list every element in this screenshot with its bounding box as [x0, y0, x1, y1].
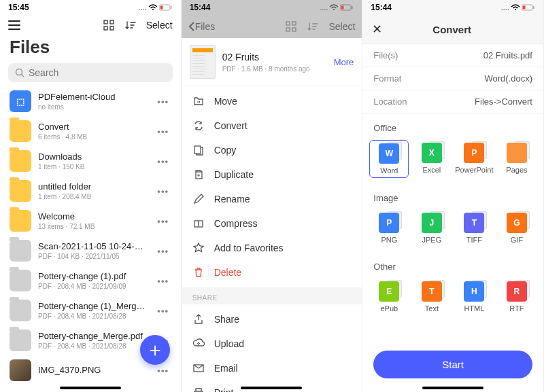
format-text[interactable]: TText	[412, 279, 452, 315]
rename-icon	[192, 193, 205, 205]
list-item[interactable]: ⬚PDFelement-iCloudno items•••	[0, 86, 181, 116]
format-icon: J	[422, 213, 442, 233]
format-icon: P	[379, 213, 399, 233]
action-upload[interactable]: Upload	[182, 332, 362, 356]
action-share[interactable]: Share	[182, 307, 362, 332]
format-icon: G	[507, 213, 527, 233]
back-label: Files	[195, 21, 216, 32]
status-icons: ....	[138, 3, 172, 12]
list-item[interactable]: Pottery-change (1).pdfPDF · 208.4 MB · 2…	[0, 266, 181, 296]
share-icon	[192, 313, 205, 325]
action-label: Duplicate	[214, 169, 254, 180]
file-meta: PDF · 208.4 MB · 2021/08/28	[38, 342, 148, 350]
select-button[interactable]: Select	[146, 20, 173, 31]
svg-rect-7	[110, 26, 114, 30]
format-label: JPEG	[422, 236, 441, 244]
list-item[interactable]: Pottery-change (1)_Merge.pdfPDF · 208.4 …	[0, 296, 181, 325]
svg-rect-16	[286, 28, 290, 31]
home-indicator	[241, 387, 302, 389]
list-item[interactable]: Convert6 items · 4.8 MB•••	[0, 116, 181, 146]
more-icon[interactable]: •••	[155, 156, 171, 166]
file-meta: PDF · 208.4 MB · 2021/09/09	[38, 283, 148, 290]
clock: 15:45	[8, 3, 29, 12]
file-thumbnail	[190, 45, 216, 79]
action-label: Delete	[214, 267, 241, 278]
action-add-to-favorites[interactable]: Add to Favorites	[182, 236, 362, 260]
more-icon[interactable]: •••	[155, 96, 171, 107]
search-bar[interactable]	[8, 63, 173, 82]
file-icon	[10, 180, 31, 202]
start-button[interactable]: Start	[373, 351, 532, 378]
svg-point-10	[333, 9, 335, 10]
format-excel[interactable]: XExcel	[412, 140, 452, 178]
action-label: Email	[214, 363, 238, 374]
action-compress[interactable]: Compress	[182, 211, 362, 236]
compress-icon	[192, 217, 205, 230]
action-label: Compress	[214, 218, 258, 229]
nav-bar: ✕ Convert	[362, 15, 543, 44]
format-powerpoint[interactable]: PPowerPoint	[454, 140, 494, 178]
list-item[interactable]: Scan-2021-11-05 10-24-37.pdfPDF · 104 KB…	[0, 236, 181, 266]
action-convert[interactable]: Convert	[182, 113, 362, 138]
sort-icon[interactable]	[124, 19, 137, 31]
format-tiff[interactable]: TTIFF	[454, 210, 494, 247]
file-card: 02 Fruits PDF · 1.6 MB · 8 months ago Mo…	[182, 38, 362, 86]
more-icon[interactable]: •••	[155, 126, 171, 137]
list-item[interactable]: untitled folder1 item · 208.4 MB•••	[0, 176, 181, 206]
format-pages[interactable]: Pages	[497, 140, 537, 178]
move-icon	[192, 95, 205, 107]
more-icon[interactable]: •••	[155, 186, 171, 196]
format-gif[interactable]: GGIF	[497, 210, 537, 247]
add-button[interactable]: ＋	[140, 335, 170, 365]
format-epub[interactable]: EePub	[369, 279, 409, 315]
search-input[interactable]	[29, 67, 166, 78]
status-bar: 15:44 ....	[182, 0, 362, 15]
action-email[interactable]: Email	[182, 356, 362, 380]
file-name: IMG_4370.PNG	[38, 365, 148, 375]
info-value: 02 Fruits.pdf	[483, 50, 532, 60]
select-button[interactable]: Select	[328, 21, 355, 32]
page-title: Files	[0, 35, 181, 60]
actions-screen: 15:44 .... Files Select 02 Fruits PDF · …	[182, 0, 363, 392]
svg-rect-18	[194, 146, 201, 154]
more-icon[interactable]: •••	[155, 366, 171, 376]
more-icon[interactable]: •••	[155, 306, 171, 316]
action-list: MoveConvertCopyDuplicateRenameCompressAd…	[182, 86, 362, 287]
more-icon[interactable]: •••	[155, 246, 171, 256]
share-list: ShareUploadEmailPrint	[182, 304, 362, 392]
sort-icon[interactable]	[307, 20, 319, 33]
menu-icon[interactable]	[8, 20, 20, 30]
action-rename[interactable]: Rename	[182, 187, 362, 211]
format-label: Text	[425, 304, 439, 313]
info-row[interactable]: LocationFiles->Convert	[362, 90, 543, 113]
back-button[interactable]: Files	[188, 21, 216, 32]
svg-line-9	[22, 75, 24, 77]
more-icon[interactable]: •••	[155, 216, 171, 226]
action-delete[interactable]: Delete	[182, 260, 362, 285]
clock: 15:44	[371, 3, 392, 12]
action-move[interactable]: Move	[182, 89, 362, 113]
file-icon	[10, 359, 31, 381]
format-label: ePub	[380, 304, 398, 313]
grid-view-icon[interactable]	[285, 20, 297, 33]
more-button[interactable]: More	[334, 57, 354, 67]
file-icon	[10, 210, 31, 232]
format-label: Excel	[422, 166, 441, 174]
format-html[interactable]: HHTML	[454, 279, 494, 315]
info-row[interactable]: FormatWord(.docx)	[362, 67, 543, 90]
grid-view-icon[interactable]	[103, 19, 115, 31]
format-jpeg[interactable]: JJPEG	[412, 210, 452, 247]
action-duplicate[interactable]: Duplicate	[182, 162, 362, 187]
format-word[interactable]: WWord	[369, 140, 409, 178]
format-png[interactable]: PPNG	[369, 210, 409, 247]
format-rtf[interactable]: RRTF	[497, 279, 537, 315]
list-item[interactable]: Downloads1 item · 150 KB•••	[0, 146, 181, 176]
list-item[interactable]: Welcome13 items · 72.1 MB•••	[0, 206, 181, 236]
action-copy[interactable]: Copy	[182, 138, 362, 162]
file-icon	[10, 329, 31, 351]
home-indicator	[422, 387, 483, 389]
more-icon[interactable]: •••	[155, 276, 171, 286]
file-meta: 13 items · 72.1 MB	[38, 223, 148, 230]
info-row[interactable]: File(s)02 Fruits.pdf	[362, 44, 543, 67]
add-to-favorites-icon	[192, 242, 205, 254]
